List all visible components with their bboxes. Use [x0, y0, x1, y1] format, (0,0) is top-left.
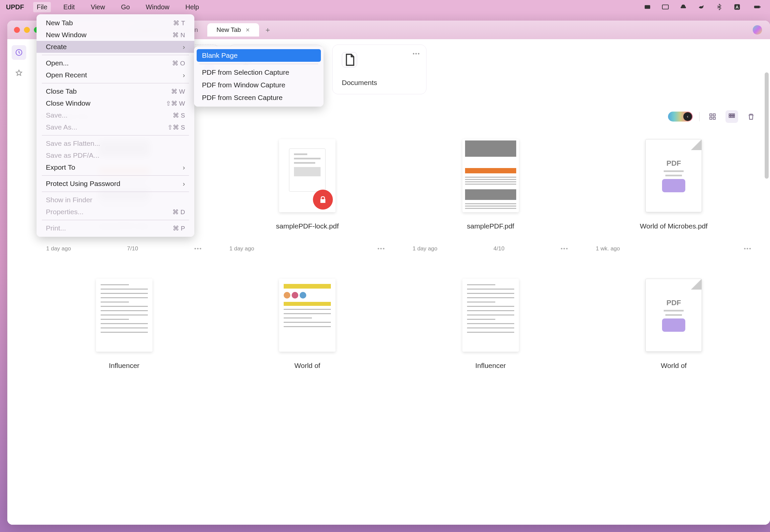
file-thumbnail [462, 139, 519, 212]
file-card[interactable]: PDFWorld of Microbes.pdf1 wk. ago••• [590, 132, 758, 259]
tab-close-icon[interactable]: ✕ [245, 27, 250, 33]
menu-item-label: Protect Using Password [46, 180, 120, 188]
svg-rect-4 [754, 6, 760, 8]
submenu-item-blank-page[interactable]: Blank Page [197, 49, 321, 62]
file-thumbnail [279, 279, 336, 352]
menu-item-open-recent[interactable]: Open Recent› [37, 69, 194, 81]
svg-rect-10 [710, 117, 712, 119]
delete-button[interactable] [745, 110, 757, 123]
menu-item-label: Save as PDF/A... [46, 151, 99, 159]
file-card[interactable]: PDFWorld of [590, 272, 758, 387]
menu-item-label: Close Tab [46, 87, 77, 95]
scrollbar[interactable] [765, 72, 769, 518]
file-card[interactable]: samplePDF-lock.pdf1 day ago••• [223, 132, 392, 259]
tray-bird-icon[interactable] [697, 3, 706, 11]
menu-item-label: Close Window [46, 99, 90, 107]
menu-shortcut: ⌘ P [173, 224, 185, 232]
file-name: World of [661, 361, 687, 380]
tray-cloud-icon[interactable] [679, 3, 688, 11]
menu-item-protect-using-password[interactable]: Protect Using Password› [37, 178, 194, 190]
menu-window[interactable]: Window [143, 2, 173, 12]
menu-shortcut: ⌘ S [173, 112, 185, 119]
color-filter-pill[interactable]: ‹ [668, 112, 693, 122]
file-more-icon[interactable]: ••• [377, 245, 385, 252]
menu-separator [42, 175, 189, 176]
menu-file[interactable]: File [33, 2, 50, 12]
scrollbar-thumb[interactable] [765, 72, 769, 179]
close-window-button[interactable] [14, 27, 20, 33]
menu-item-show-in-finder: Show in Finder [37, 194, 194, 206]
menu-item-create[interactable]: Create› [37, 41, 194, 53]
create-submenu: Blank PagePDF from Selection CapturePDF … [194, 46, 324, 107]
svg-rect-8 [710, 114, 712, 116]
battery-icon[interactable] [751, 3, 764, 11]
menu-item-save-as-: Save As...⇧⌘ S [37, 121, 194, 133]
favorites-button[interactable] [12, 66, 26, 80]
tab-label: New Tab [217, 26, 241, 34]
tile-more-icon[interactable]: ••• [413, 51, 420, 57]
menu-item-save-: Save...⌘ S [37, 109, 194, 121]
menu-item-label: Show in Finder [46, 196, 92, 204]
input-source-icon[interactable]: A [733, 3, 741, 11]
menu-shortcut: ⌘ T [173, 19, 185, 27]
file-meta: 1 day ago4/10••• [413, 245, 569, 252]
menu-item-close-tab[interactable]: Close Tab⌘ W [37, 85, 194, 97]
chevron-right-icon: › [183, 163, 185, 171]
submenu-item-pdf-from-selection-capture[interactable]: PDF from Selection Capture [194, 66, 324, 79]
svg-rect-17 [733, 116, 735, 118]
menu-item-label: Open... [46, 59, 69, 67]
svg-rect-16 [731, 116, 733, 118]
view-large-grid-button[interactable] [706, 110, 719, 123]
file-name: World of Microbes.pdf [640, 222, 708, 241]
menu-separator [42, 83, 189, 83]
file-time: 1 day ago [46, 245, 71, 252]
menu-item-new-window[interactable]: New Window⌘ N [37, 29, 194, 41]
file-name: samplePDF.pdf [467, 222, 514, 241]
file-card[interactable]: samplePDF.pdf1 day ago4/10••• [406, 132, 575, 259]
menu-help[interactable]: Help [182, 2, 202, 12]
app-logo-icon [753, 25, 762, 35]
file-thumbnail: PDF [645, 139, 702, 212]
svg-rect-11 [713, 117, 715, 119]
file-meta: 1 day ago••• [230, 245, 386, 252]
menu-shortcut: ⌘ O [172, 59, 185, 67]
menu-separator [42, 135, 189, 135]
bluetooth-icon[interactable] [715, 3, 723, 11]
file-card[interactable]: World of [223, 272, 392, 387]
tab-add-button[interactable]: ＋ [262, 25, 273, 35]
menu-item-open-[interactable]: Open...⌘ O [37, 57, 194, 69]
svg-rect-0 [645, 5, 650, 9]
submenu-item-pdf-from-screen-capture[interactable]: PDF from Screen Capture [194, 91, 324, 104]
documents-tile[interactable]: ••• Documents [332, 44, 427, 94]
tab-active[interactable]: New Tab ✕ [207, 23, 259, 37]
file-more-icon[interactable]: ••• [194, 245, 202, 252]
app-name: UPDF [6, 3, 24, 11]
menu-item-label: Save as Flatten... [46, 139, 100, 147]
menu-go[interactable]: Go [118, 2, 133, 12]
traffic-lights [14, 27, 40, 33]
minimize-window-button[interactable] [24, 27, 30, 33]
file-more-icon[interactable]: ••• [561, 245, 569, 252]
file-thumbnail [279, 139, 336, 212]
file-time: 1 day ago [413, 245, 437, 252]
file-card[interactable]: Influencer [40, 272, 209, 387]
menu-separator [42, 192, 189, 192]
submenu-item-pdf-from-window-capture[interactable]: PDF from Window Capture [194, 79, 324, 91]
history-button[interactable] [12, 45, 26, 60]
file-more-icon[interactable]: ••• [744, 245, 752, 252]
file-card[interactable]: Influencer [406, 272, 575, 387]
tray-app-icon[interactable] [643, 3, 652, 11]
file-name: samplePDF-lock.pdf [276, 222, 339, 241]
menu-item-new-tab[interactable]: New Tab⌘ T [37, 17, 194, 29]
view-small-grid-button[interactable] [725, 110, 738, 123]
menu-edit[interactable]: Edit [60, 2, 78, 12]
menu-item-close-window[interactable]: Close Window⇧⌘ W [37, 97, 194, 109]
menu-view[interactable]: View [87, 2, 108, 12]
file-meta: 1 wk. ago••• [596, 245, 752, 252]
tray-card-icon[interactable] [661, 3, 670, 11]
svg-text:A: A [735, 5, 738, 10]
menu-item-label: Export To [46, 163, 75, 171]
documents-icon [342, 52, 357, 67]
file-time: 1 day ago [230, 245, 254, 252]
menu-item-export-to[interactable]: Export To› [37, 161, 194, 173]
